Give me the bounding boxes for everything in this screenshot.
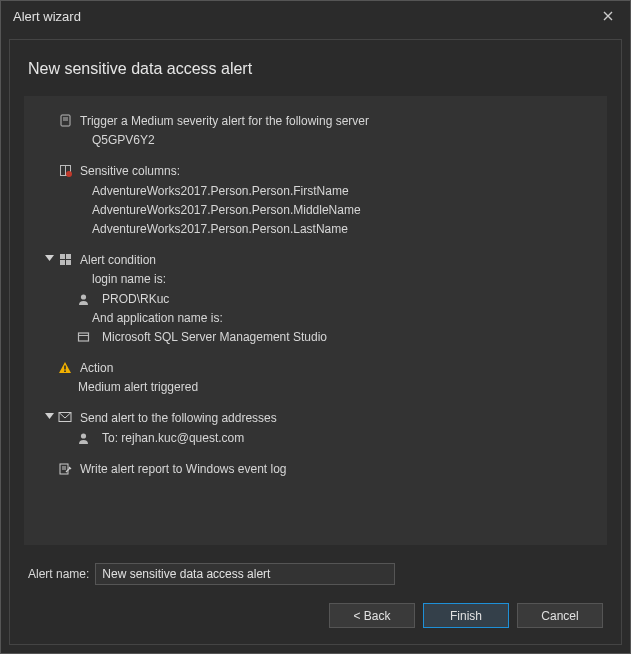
alert-name-label: Alert name: bbox=[28, 567, 95, 581]
app-name-row: Microsoft SQL Server Management Studio bbox=[42, 328, 591, 347]
trigger-row: Trigger a Medium severity alert for the … bbox=[42, 112, 591, 131]
svg-rect-12 bbox=[78, 333, 88, 341]
login-name-label: login name is: bbox=[42, 270, 591, 289]
action-row: Action bbox=[42, 359, 591, 378]
recipient-to: To: rejhan.kuc@quest.com bbox=[92, 429, 244, 448]
sensitive-column-item: AdventureWorks2017.Person.Person.LastNam… bbox=[42, 220, 591, 239]
login-name-row: PROD\RKuc bbox=[42, 290, 591, 309]
svg-point-11 bbox=[80, 294, 85, 299]
svg-marker-6 bbox=[45, 255, 54, 261]
alert-name-row: Alert name: bbox=[24, 545, 607, 589]
action-text: Medium alert triggered bbox=[42, 378, 591, 397]
recipient-row: To: rejhan.kuc@quest.com bbox=[42, 429, 591, 448]
page-heading: New sensitive data access alert bbox=[24, 54, 607, 96]
user-icon bbox=[77, 293, 90, 306]
svg-rect-8 bbox=[66, 254, 71, 259]
svg-rect-7 bbox=[60, 254, 65, 259]
button-row: < Back Finish Cancel bbox=[24, 589, 607, 630]
action-label: Action bbox=[74, 359, 113, 378]
chevron-down-icon bbox=[45, 411, 54, 420]
wizard-panel: New sensitive data access alert Trigger … bbox=[9, 39, 622, 645]
svg-marker-17 bbox=[45, 413, 54, 419]
event-log-icon bbox=[58, 462, 72, 476]
app-name-value: Microsoft SQL Server Management Studio bbox=[92, 328, 327, 347]
sensitive-columns-label: Sensitive columns: bbox=[74, 162, 180, 181]
alert-condition-row: Alert condition bbox=[42, 251, 591, 270]
trigger-label: Trigger a Medium severity alert for the … bbox=[74, 112, 369, 131]
sensitive-columns-row: Sensitive columns: bbox=[42, 162, 591, 181]
send-alert-label: Send alert to the following addresses bbox=[74, 409, 277, 428]
svg-rect-15 bbox=[64, 366, 66, 370]
write-log-row: Write alert report to Windows event log bbox=[42, 460, 591, 479]
svg-point-19 bbox=[80, 433, 85, 438]
close-button[interactable] bbox=[594, 4, 622, 28]
close-icon bbox=[603, 11, 613, 21]
send-alert-row: Send alert to the following addresses bbox=[42, 409, 591, 428]
columns-icon bbox=[59, 164, 72, 177]
trigger-server: Q5GPV6Y2 bbox=[42, 131, 591, 150]
write-log-label: Write alert report to Windows event log bbox=[74, 460, 287, 479]
condition-icon bbox=[59, 253, 72, 266]
expand-toggle[interactable] bbox=[42, 409, 56, 420]
mail-icon bbox=[58, 411, 72, 423]
finish-button[interactable]: Finish bbox=[423, 603, 509, 628]
svg-rect-10 bbox=[66, 260, 71, 265]
chevron-down-icon bbox=[45, 253, 54, 262]
app-name-label: And application name is: bbox=[42, 309, 591, 328]
warning-icon bbox=[58, 361, 72, 375]
svg-rect-16 bbox=[64, 370, 66, 372]
server-icon bbox=[59, 114, 72, 127]
sensitive-column-item: AdventureWorks2017.Person.Person.FirstNa… bbox=[42, 182, 591, 201]
alert-condition-label: Alert condition bbox=[74, 251, 156, 270]
expand-toggle[interactable] bbox=[42, 251, 56, 262]
cancel-button[interactable]: Cancel bbox=[517, 603, 603, 628]
application-icon bbox=[77, 331, 90, 344]
alert-wizard-window: Alert wizard New sensitive data access a… bbox=[0, 0, 631, 654]
svg-rect-9 bbox=[60, 260, 65, 265]
titlebar: Alert wizard bbox=[1, 1, 630, 31]
alert-name-input[interactable] bbox=[95, 563, 395, 585]
sensitive-column-item: AdventureWorks2017.Person.Person.MiddleN… bbox=[42, 201, 591, 220]
login-name-value: PROD\RKuc bbox=[92, 290, 169, 309]
window-title: Alert wizard bbox=[13, 9, 594, 24]
svg-point-5 bbox=[66, 171, 72, 177]
user-icon bbox=[77, 432, 90, 445]
summary-panel: Trigger a Medium severity alert for the … bbox=[24, 96, 607, 545]
back-button[interactable]: < Back bbox=[329, 603, 415, 628]
